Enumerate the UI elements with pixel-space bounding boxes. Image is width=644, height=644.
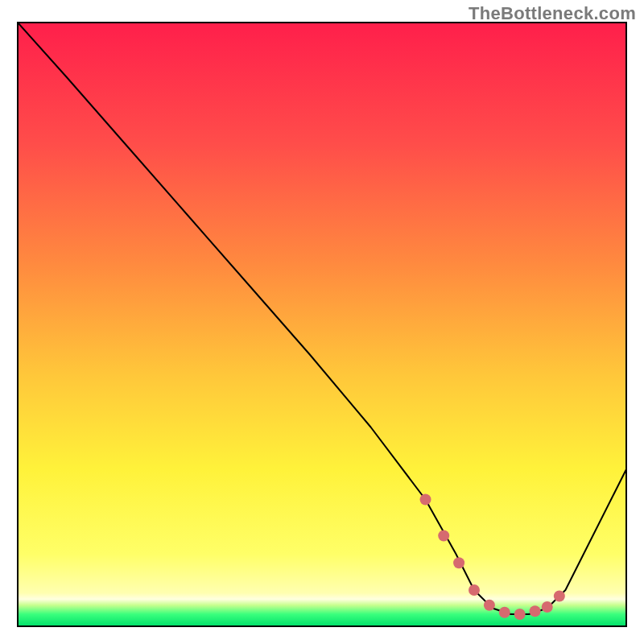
highlight-dot [453, 557, 464, 568]
bottleneck-chart: TheBottleneck.com [0, 0, 644, 644]
highlight-dot [484, 600, 495, 611]
gradient-background [18, 23, 626, 626]
watermark-text: TheBottleneck.com [469, 3, 636, 24]
highlight-dot [499, 607, 510, 618]
highlight-dot [554, 591, 565, 602]
chart-svg [0, 0, 644, 644]
highlight-dot [530, 605, 541, 617]
highlight-dot [438, 530, 449, 542]
highlight-dot [469, 584, 480, 596]
highlight-dot [514, 609, 526, 620]
highlight-dot [542, 601, 553, 613]
highlight-dot [420, 494, 431, 506]
